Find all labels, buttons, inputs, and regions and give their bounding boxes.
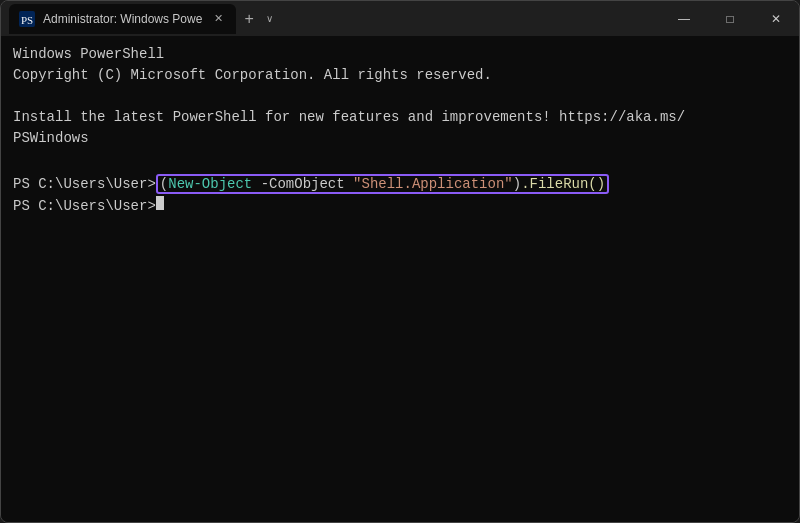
window-controls: — □ ✕ xyxy=(661,1,799,36)
terminal-line-5: PSWindows xyxy=(13,128,787,149)
param-space: -ComObject xyxy=(252,176,353,192)
powershell-icon: PS xyxy=(19,11,35,27)
cursor xyxy=(156,196,164,210)
active-tab[interactable]: PS Administrator: Windows Powe ✕ xyxy=(9,4,236,34)
close-button[interactable]: ✕ xyxy=(753,1,799,36)
tab-label: Administrator: Windows Powe xyxy=(43,12,202,26)
tab-close-button[interactable]: ✕ xyxy=(210,11,226,27)
prompt-1: PS C:\Users\User> xyxy=(13,176,156,192)
maximize-button[interactable]: □ xyxy=(707,1,753,36)
cursor-line: PS C:\Users\User> xyxy=(13,196,787,214)
terminal-line-4: Install the latest PowerShell for new fe… xyxy=(13,107,787,128)
prompt-2: PS C:\Users\User> xyxy=(13,198,156,214)
window: PS Administrator: Windows Powe ✕ + ∨ — □… xyxy=(0,0,800,523)
terminal-line-3 xyxy=(13,86,787,107)
terminal-line-6 xyxy=(13,149,787,170)
tab-area: PS Administrator: Windows Powe ✕ + ∨ xyxy=(9,1,661,36)
dropdown-button[interactable]: ∨ xyxy=(262,13,277,24)
close-paren: ) xyxy=(513,176,521,192)
terminal-body[interactable]: Windows PowerShell Copyright (C) Microso… xyxy=(1,36,799,522)
open-paren: ( xyxy=(160,176,168,192)
new-object-keyword: New-Object xyxy=(168,176,252,192)
terminal-line-2: Copyright (C) Microsoft Corporation. All… xyxy=(13,65,787,86)
command-line: PS C:\Users\User> (New-Object -ComObject… xyxy=(13,174,787,194)
svg-text:PS: PS xyxy=(21,14,33,26)
highlighted-command: (New-Object -ComObject "Shell.Applicatio… xyxy=(156,174,609,194)
minimize-button[interactable]: — xyxy=(661,1,707,36)
filerun-method: .FileRun() xyxy=(521,176,605,192)
new-tab-button[interactable]: + xyxy=(236,4,261,34)
shell-string: "Shell.Application" xyxy=(353,176,513,192)
terminal-line-1: Windows PowerShell xyxy=(13,44,787,65)
title-bar: PS Administrator: Windows Powe ✕ + ∨ — □… xyxy=(1,1,799,36)
